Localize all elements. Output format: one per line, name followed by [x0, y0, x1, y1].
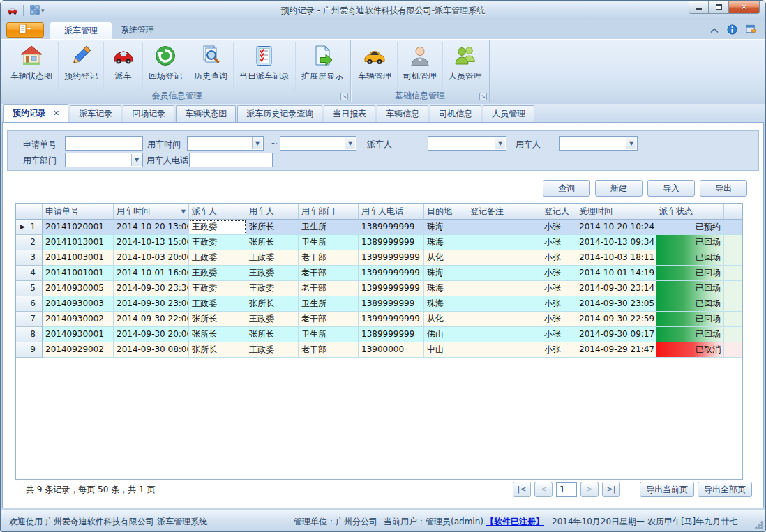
- cell-phone[interactable]: 13900000: [359, 342, 424, 358]
- cell-dispatcher[interactable]: 王政委: [189, 250, 246, 266]
- column-header[interactable]: 用车人电话: [359, 204, 424, 220]
- cell-dispatcher[interactable]: 王政委: [189, 281, 246, 296]
- vehicle-status-button[interactable]: 车辆状态图: [5, 42, 59, 90]
- doc-tab-item[interactable]: 车辆信息: [377, 105, 428, 122]
- cell-dispatcher[interactable]: 张所长: [189, 342, 246, 358]
- cell-order-no[interactable]: 20140930005: [43, 281, 114, 296]
- cell-use-time[interactable]: 2014-09-30 23:30: [114, 281, 189, 296]
- cell-department[interactable]: 卫生所: [299, 296, 359, 312]
- chevron-down-icon[interactable]: ▼: [345, 137, 355, 149]
- cell-phone[interactable]: 1389999999: [359, 327, 424, 342]
- doc-tab-active[interactable]: 预约记录✕: [3, 104, 68, 122]
- cell-registrar[interactable]: 小张: [541, 342, 576, 358]
- department-combo[interactable]: ▼: [65, 153, 143, 167]
- last-page-button[interactable]: >|: [602, 482, 620, 497]
- driver-manage-button[interactable]: 司机管理: [398, 42, 443, 90]
- doc-tab-item[interactable]: 司机信息: [430, 105, 481, 122]
- cell-use-time[interactable]: 2014-10-13 15:00: [114, 235, 189, 250]
- cell-user[interactable]: 张所长: [246, 327, 299, 342]
- extend-screen-button[interactable]: 扩展屏显示: [296, 42, 349, 90]
- page-number-input[interactable]: [556, 482, 577, 497]
- chevron-down-icon[interactable]: ▼: [626, 137, 636, 149]
- dialog-launcher-icon[interactable]: ↘: [340, 93, 348, 100]
- row-indicator[interactable]: 6: [16, 296, 43, 312]
- cell-registrar[interactable]: 小张: [541, 235, 576, 250]
- info-icon[interactable]: [727, 24, 737, 37]
- cell-dispatch-status[interactable]: 已回场: [656, 296, 724, 312]
- maximize-button[interactable]: [709, 1, 728, 14]
- export-current-page-button[interactable]: 导出当前页: [640, 482, 694, 497]
- cell-dispatcher[interactable]: 张所长: [189, 312, 246, 327]
- cell-registrar[interactable]: 小张: [541, 220, 576, 235]
- cell-destination[interactable]: 珠海: [424, 220, 467, 235]
- cell-dispatcher[interactable]: 王政委: [189, 220, 246, 235]
- cell-remark[interactable]: [467, 220, 541, 235]
- cell-user[interactable]: 张所长: [246, 296, 299, 312]
- table-row[interactable]: ▶1201410200012014-10-20 13:00王政委张所长卫生所13…: [16, 220, 742, 235]
- dispatch-car-button[interactable]: 派车: [104, 42, 143, 90]
- doc-tab-item[interactable]: 人员管理: [483, 105, 534, 122]
- cell-dispatch-status[interactable]: 已回场: [656, 312, 724, 327]
- row-indicator[interactable]: ▶1: [16, 220, 43, 235]
- phone-input[interactable]: [189, 153, 273, 167]
- cell-accept-time[interactable]: 2014-09-30 23:14: [576, 281, 656, 296]
- table-row[interactable]: 8201409300012014-09-30 20:00张所长张所长卫生所138…: [16, 327, 742, 342]
- cell-dispatch-status[interactable]: 已回场: [656, 266, 724, 281]
- cell-user[interactable]: 张所长: [246, 220, 299, 235]
- cell-use-time[interactable]: 2014-10-20 13:00: [114, 220, 189, 235]
- table-row[interactable]: 4201410010012014-10-01 16:00王政委王政委老干部139…: [16, 266, 742, 281]
- cell-accept-time[interactable]: 2014-09-30 23:05: [576, 296, 656, 312]
- cell-dispatcher[interactable]: 王政委: [189, 235, 246, 250]
- chevron-down-icon[interactable]: ▼: [131, 154, 142, 166]
- close-button[interactable]: ✕: [728, 1, 760, 14]
- export-button[interactable]: 导出: [700, 180, 747, 197]
- cell-order-no[interactable]: 20140930003: [43, 296, 114, 312]
- table-row[interactable]: 6201409300032014-09-30 23:00王政委张所长卫生所138…: [16, 296, 742, 312]
- daily-record-button[interactable]: 当日派车记录: [234, 42, 296, 90]
- cell-remark[interactable]: [467, 266, 541, 281]
- cell-dispatcher[interactable]: 王政委: [189, 296, 246, 312]
- cell-user[interactable]: 王政委: [246, 312, 299, 327]
- cell-registrar[interactable]: 小张: [541, 266, 576, 281]
- cell-use-time[interactable]: 2014-10-03 20:00: [114, 250, 189, 266]
- resize-grip[interactable]: [755, 521, 763, 529]
- cell-accept-time[interactable]: 2014-10-13 09:34: [576, 235, 656, 250]
- create-button[interactable]: 新建: [595, 180, 643, 197]
- next-page-button[interactable]: >: [580, 482, 599, 497]
- app-menu-button[interactable]: [6, 22, 44, 38]
- query-button[interactable]: 查询: [543, 180, 590, 197]
- cell-dispatcher[interactable]: 王政委: [189, 266, 246, 281]
- row-indicator[interactable]: 7: [16, 312, 43, 327]
- cell-dispatch-status[interactable]: 已回场: [656, 250, 724, 266]
- cell-registrar[interactable]: 小张: [541, 312, 576, 327]
- chevron-down-icon[interactable]: ▼: [252, 137, 262, 149]
- cell-remark[interactable]: [467, 235, 541, 250]
- cell-dispatch-status[interactable]: 已取消: [656, 342, 724, 358]
- column-header[interactable]: 用车部门: [299, 204, 359, 220]
- table-row[interactable]: 2201410130012014-10-13 15:00王政委张所长卫生所138…: [16, 235, 742, 250]
- chevron-down-icon[interactable]: ▼: [495, 137, 505, 149]
- cell-order-no[interactable]: 20140930001: [43, 327, 114, 342]
- first-page-button[interactable]: |<: [513, 482, 531, 497]
- cell-destination[interactable]: 珠海: [424, 296, 467, 312]
- cell-phone[interactable]: 1389999999: [359, 296, 424, 312]
- cell-accept-time[interactable]: 2014-10-20 10:24: [576, 220, 656, 235]
- cell-phone[interactable]: 13999999999: [359, 281, 424, 296]
- close-tab-icon[interactable]: ✕: [53, 109, 59, 118]
- people-manage-button[interactable]: 人员管理: [443, 42, 488, 90]
- ribbon-tab-dispatch-management[interactable]: 派车管理: [50, 22, 112, 39]
- cell-destination[interactable]: 珠海: [424, 235, 467, 250]
- cell-use-time[interactable]: 2014-09-30 08:00: [114, 342, 189, 358]
- table-row[interactable]: 7201409300022014-09-30 22:00张所长王政委老干部139…: [16, 312, 742, 327]
- cell-phone[interactable]: 13999999999: [359, 266, 424, 281]
- cell-accept-time[interactable]: 2014-10-03 18:11: [576, 250, 656, 266]
- cell-dispatch-status[interactable]: 已回场: [656, 281, 724, 296]
- cell-phone[interactable]: 1389999999: [359, 235, 424, 250]
- doc-tab-item[interactable]: 派车历史记录查询: [237, 105, 322, 122]
- cell-remark[interactable]: [467, 281, 541, 296]
- cell-department[interactable]: 老干部: [299, 281, 359, 296]
- cell-order-no[interactable]: 20141020001: [43, 220, 114, 235]
- cell-department[interactable]: 卫生所: [299, 327, 359, 342]
- cell-accept-time[interactable]: 2014-09-30 09:17: [576, 327, 656, 342]
- prev-page-button[interactable]: <: [534, 482, 553, 497]
